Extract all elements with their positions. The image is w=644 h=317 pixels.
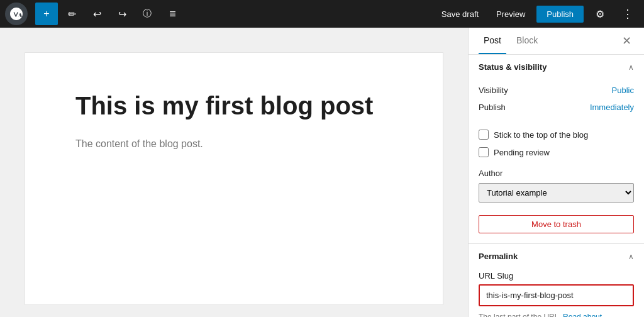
post-title[interactable]: This is my first blog post [75, 91, 392, 121]
url-slug-input-wrapper [479, 284, 634, 306]
main-area: This is my first blog post The content o… [0, 28, 644, 317]
status-visibility-section: Status & visibility ∧ Visibility Public … [469, 55, 644, 244]
url-slug-label: URL Slug [479, 271, 634, 281]
visibility-value[interactable]: Public [612, 86, 634, 95]
plus-icon: + [43, 8, 49, 19]
publish-timing-label: Publish [479, 103, 506, 112]
chevron-up-icon: ∧ [628, 63, 634, 72]
tab-post[interactable]: Post [479, 28, 506, 54]
pending-review-label[interactable]: Pending review [494, 148, 550, 157]
status-visibility-header[interactable]: Status & visibility ∧ [469, 55, 644, 79]
editor-canvas: This is my first blog post The content o… [25, 53, 443, 304]
visibility-label: Visibility [479, 86, 508, 95]
info-icon: ⓘ [143, 8, 152, 19]
tools-button[interactable]: ✏ [60, 3, 83, 25]
permalink-section: Permalink ∧ URL Slug The last part of th… [469, 244, 644, 317]
sidebar-tabs: Post Block ✕ [469, 28, 644, 55]
permalink-note-text: The last part of the URL. [479, 313, 561, 317]
sidebar: Post Block ✕ Status & visibility ∧ Visib… [468, 28, 644, 317]
status-visibility-title: Status & visibility [479, 62, 547, 72]
undo-button[interactable]: ↩ [86, 3, 108, 25]
toolbar-right: Save draft Preview Publish ⚙ ⋮ [435, 3, 639, 25]
publish-button[interactable]: Publish [536, 6, 584, 23]
url-slug-input[interactable] [481, 287, 631, 304]
settings-button[interactable]: ⚙ [589, 3, 611, 25]
author-label: Author [479, 169, 634, 178]
stick-to-top-checkbox[interactable] [479, 130, 489, 140]
permalink-title: Permalink [479, 252, 518, 261]
add-block-button[interactable]: + [35, 3, 58, 25]
pending-review-checkbox[interactable] [479, 147, 489, 157]
undo-icon: ↩ [93, 8, 101, 20]
author-section: Author Tutorial example Admin Editor [469, 161, 644, 210]
author-select[interactable]: Tutorial example Admin Editor [479, 183, 634, 203]
wp-logo[interactable] [5, 3, 28, 25]
redo-icon: ↪ [118, 8, 126, 20]
redo-button[interactable]: ↪ [111, 3, 133, 25]
publish-timing-value[interactable]: Immediately [590, 103, 634, 112]
toolbar: + ✏ ↩ ↪ ⓘ ≡ Save draft Preview Publish ⚙… [0, 0, 644, 28]
permalink-chevron-up-icon: ∧ [628, 252, 634, 261]
gear-icon: ⚙ [596, 8, 604, 20]
permalink-note: The last part of the URL. Read about per… [479, 311, 634, 317]
visibility-row: Visibility Public [479, 82, 634, 99]
status-visibility-content: Visibility Public Publish Immediately [469, 79, 644, 126]
details-button[interactable]: ⓘ [136, 3, 158, 25]
editor-area: This is my first blog post The content o… [0, 28, 468, 317]
permalink-content: URL Slug The last part of the URL. Read … [469, 269, 644, 317]
sidebar-close-button[interactable]: ✕ [619, 31, 634, 50]
list-icon: ≡ [169, 8, 175, 21]
list-view-button[interactable]: ≡ [161, 3, 184, 25]
stick-to-top-label[interactable]: Stick to the top of the blog [494, 130, 588, 140]
pending-review-row: Pending review [469, 143, 644, 161]
more-options-button[interactable]: ⋮ [616, 3, 639, 25]
close-icon: ✕ [622, 35, 631, 47]
publish-row: Publish Immediately [479, 99, 634, 116]
tab-block[interactable]: Block [511, 28, 543, 54]
preview-button[interactable]: Preview [490, 6, 531, 23]
pencil-icon: ✏ [68, 8, 76, 20]
post-content[interactable]: The content of the blog post. [75, 136, 392, 152]
more-icon: ⋮ [622, 7, 633, 21]
move-to-trash-button[interactable]: Move to trash [479, 215, 634, 233]
stick-to-top-row: Stick to the top of the blog [469, 126, 644, 143]
save-draft-button[interactable]: Save draft [435, 6, 485, 23]
permalink-header[interactable]: Permalink ∧ [469, 244, 644, 269]
